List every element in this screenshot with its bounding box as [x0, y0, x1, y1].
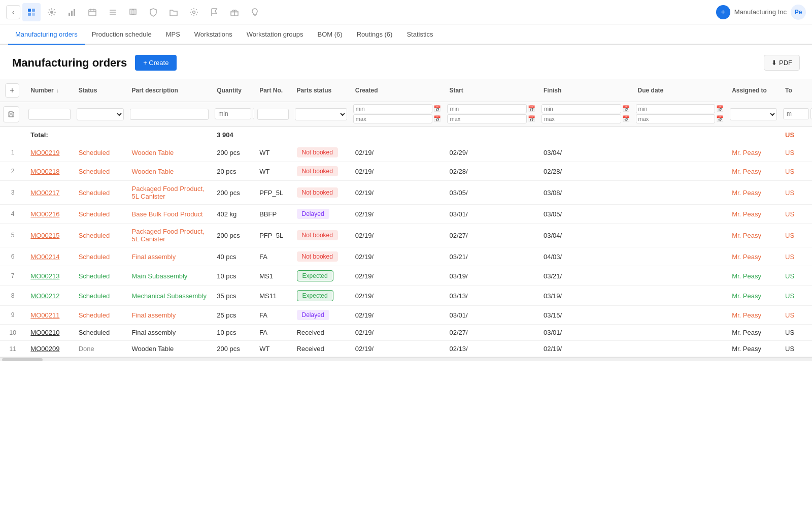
filter-assigned-select[interactable]	[730, 108, 777, 120]
calendar-due-min-icon[interactable]: 📅	[716, 105, 724, 112]
nav-production-schedule[interactable]: Production schedule	[85, 24, 159, 45]
finish-cell: 03/15/	[538, 306, 633, 325]
nav-workstation-groups[interactable]: Workstation groups	[240, 24, 311, 45]
created-cell: 02/19/	[350, 247, 445, 266]
order-number-link[interactable]: MO00215	[30, 232, 59, 239]
filter-row: Scheduled Done Not booked	[0, 102, 812, 127]
logo-icon-btn[interactable]	[22, 3, 41, 21]
svg-line-12	[49, 14, 50, 15]
order-number-link[interactable]: MO00216	[30, 210, 59, 218]
book-icon-btn[interactable]	[124, 3, 142, 21]
nav-mps[interactable]: MPS	[159, 24, 187, 45]
flag-icon-btn[interactable]	[205, 3, 223, 21]
calendar-icon-btn[interactable]	[83, 3, 101, 21]
create-button[interactable]: + Create	[135, 55, 177, 71]
order-number-link[interactable]: MO00209	[30, 345, 59, 353]
order-number-link[interactable]: MO00218	[30, 168, 59, 175]
start-cell: 03/13/	[444, 286, 538, 306]
calendar-finish-min-icon[interactable]: 📅	[622, 105, 630, 112]
user-avatar[interactable]: Pe	[791, 5, 806, 20]
finish-cell: 04/03/	[538, 247, 633, 266]
order-number-cell: MO00216	[25, 205, 73, 224]
folder-icon-btn[interactable]	[164, 3, 183, 21]
parts-status-cell: Expected	[292, 286, 350, 306]
part-no-cell: FA	[254, 306, 291, 325]
created-cell: 02/19/	[350, 143, 445, 162]
order-number-link[interactable]: MO00213	[30, 272, 59, 280]
table-row: 4 MO00216 Scheduled Base Bulk Food Produ…	[0, 205, 812, 224]
filter-created-max-input[interactable]	[353, 114, 433, 123]
global-add-button[interactable]: +	[716, 5, 730, 19]
order-number-link[interactable]: MO00210	[30, 329, 59, 336]
shield-icon-btn[interactable]	[144, 3, 162, 21]
nav-statistics[interactable]: Statistics	[399, 24, 440, 45]
add-column-button[interactable]: +	[5, 83, 19, 98]
filter-number-input[interactable]	[28, 109, 70, 120]
bulb-icon-btn[interactable]	[246, 3, 264, 21]
calendar-due-max-icon[interactable]: 📅	[716, 115, 724, 122]
description-cell: Wooden Table	[127, 341, 212, 357]
filter-start-max-input[interactable]	[447, 114, 527, 123]
order-number-link[interactable]: MO00219	[30, 149, 59, 156]
filter-parts-status-select[interactable]: Not booked Delayed Expected Received	[295, 108, 347, 120]
nav-routings[interactable]: Routings (6)	[350, 24, 400, 45]
parts-status-cell: Not booked	[292, 247, 350, 266]
total-cell: US	[780, 181, 812, 205]
horizontal-scrollbar[interactable]	[0, 357, 812, 361]
filter-due-max-input[interactable]	[636, 114, 716, 123]
start-cell: 02/27/	[444, 224, 538, 247]
filter-total-min-input[interactable]	[783, 108, 809, 119]
nav-workstations[interactable]: Workstations	[187, 24, 240, 45]
row-num: 4	[0, 205, 25, 224]
assigned-to-cell: Mr. Peasy	[727, 162, 780, 181]
calendar-start-min-icon[interactable]: 📅	[528, 105, 535, 112]
filter-start-min-input[interactable]	[447, 104, 527, 113]
filter-total-cell	[780, 102, 812, 127]
col-header-assigned-to: Assigned to	[727, 79, 780, 102]
page-title: Manufacturing orders	[12, 56, 127, 70]
due-date-cell	[633, 143, 727, 162]
back-button[interactable]: ‹	[6, 5, 20, 19]
filter-qty-cell	[212, 102, 254, 127]
assigned-to-cell: Mr. Peasy	[727, 181, 780, 205]
filter-finish-min-input[interactable]	[542, 104, 621, 113]
order-number-link[interactable]: MO00214	[30, 253, 59, 261]
start-cell: 03/01/	[444, 306, 538, 325]
filter-due-min-input[interactable]	[636, 104, 716, 113]
order-number-link[interactable]: MO00212	[30, 292, 59, 300]
order-number-link[interactable]: MO00211	[30, 311, 59, 319]
description-cell: Wooden Table	[127, 162, 212, 181]
part-no-cell: FA	[254, 247, 291, 266]
status-cell: Scheduled	[74, 181, 127, 205]
pdf-button[interactable]: ⬇ PDF	[764, 55, 800, 71]
gift-icon-btn[interactable]	[225, 3, 244, 21]
parts-status-badge: Delayed	[297, 209, 329, 219]
filter-qty-min-input[interactable]	[215, 108, 251, 119]
gear-icon-btn[interactable]	[185, 3, 203, 21]
filter-part-input[interactable]	[257, 109, 288, 120]
table-row: 1 MO00219 Scheduled Wooden Table 200 pcs…	[0, 143, 812, 162]
scrollbar-thumb[interactable]	[2, 358, 43, 361]
parts-status-badge: Not booked	[297, 147, 338, 157]
bar-chart-icon-btn[interactable]	[63, 3, 81, 21]
due-date-cell	[633, 162, 727, 181]
status-cell: Scheduled	[74, 325, 127, 341]
calendar-finish-max-icon[interactable]: 📅	[622, 115, 630, 122]
order-number-cell: MO00212	[25, 286, 73, 306]
nav-manufacturing-orders[interactable]: Manufacturing orders	[8, 24, 85, 45]
nav-bom[interactable]: BOM (6)	[311, 24, 350, 45]
parts-status-text: Received	[297, 345, 324, 353]
filter-number-cell	[25, 102, 73, 127]
calendar-created-max-icon[interactable]: 📅	[433, 115, 441, 122]
table-row: 11 MO00209 Done Wooden Table 200 pcs WT …	[0, 341, 812, 357]
sun-icon-btn[interactable]	[43, 3, 61, 21]
filter-created-min-input[interactable]	[353, 104, 433, 113]
list-icon-btn[interactable]	[104, 3, 122, 21]
calendar-start-max-icon[interactable]: 📅	[528, 115, 535, 122]
filter-finish-max-input[interactable]	[542, 114, 621, 123]
order-number-link[interactable]: MO00217	[30, 189, 59, 197]
calendar-created-min-icon[interactable]: 📅	[433, 105, 441, 112]
filter-desc-input[interactable]	[130, 109, 209, 120]
filter-status-select[interactable]: Scheduled Done	[77, 108, 124, 120]
save-filter-button[interactable]	[3, 106, 19, 122]
